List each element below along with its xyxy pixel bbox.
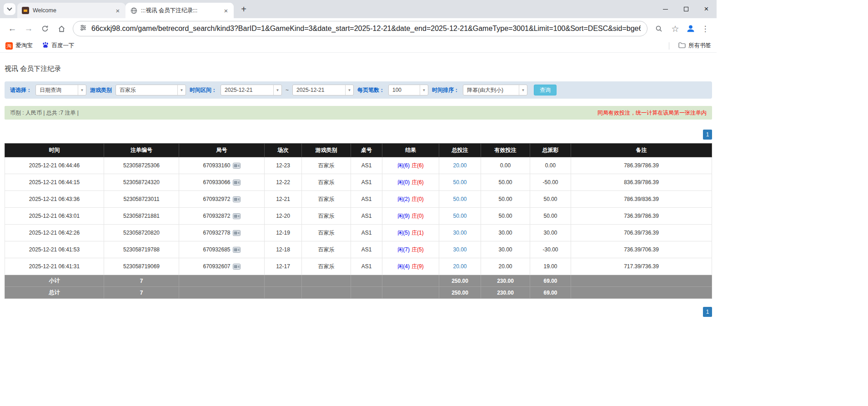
date-start-input[interactable]: 2025-12-21 ▼ (221, 85, 282, 95)
total-bet-link[interactable]: 50.00 (453, 213, 467, 219)
cell-round-id: 670932685 (179, 241, 265, 258)
total-bet-link[interactable]: 50.00 (453, 196, 467, 202)
select-label: 请选择： (10, 86, 32, 94)
bet-records-table: 时间 注单编号 局号 场次 游戏类别 桌号 结果 总投注 有效投注 总派彩 备注… (5, 143, 712, 299)
cell-table-no: AS1 (351, 174, 382, 191)
cell-result: 闲(6)庄(6) (382, 157, 439, 174)
cell-game-type: 百家乐 (302, 208, 351, 225)
cell-time: 2025-12-21 06:41:53 (5, 241, 104, 258)
subtotal-row: 小计 7 250.00 230.00 69.00 (5, 275, 712, 287)
cell-table-no: AS1 (351, 225, 382, 241)
tab-welcome[interactable]: Welcome × (17, 3, 125, 18)
bookmark-baidu[interactable]: 百度一下 (42, 41, 75, 50)
all-bookmarks-button[interactable]: 所有书签 (678, 42, 711, 50)
cell-valid-bet: 30.00 (481, 241, 530, 258)
date-end-input[interactable]: 2025-12-21 ▼ (292, 85, 354, 95)
cell-result: 闲(2)庄(0) (382, 191, 439, 208)
cell-bet-id: 523058719788 (104, 241, 179, 258)
cell-total-bet: 20.00 (439, 157, 481, 174)
cell-total-bet: 50.00 (439, 191, 481, 208)
per-page-select[interactable]: 100 ▼ (388, 85, 428, 95)
table-row: 2025-12-21 06:44:15 523058724320 6709330… (5, 174, 712, 191)
close-tab-icon[interactable]: × (222, 6, 230, 15)
url-text: 66cxkj98.com/game/betrecord_search/kind3… (91, 25, 641, 33)
refresh-button[interactable] (37, 21, 53, 36)
page-1-button[interactable]: 1 (703, 130, 712, 140)
summary-cell-empty (179, 287, 265, 299)
bookmark-label: 爱淘宝 (15, 42, 33, 50)
query-type-select[interactable]: 日期查询 ▼ (35, 85, 86, 95)
total-bet-link[interactable]: 20.00 (453, 162, 467, 169)
cell-note: 786.39/836.39 (571, 191, 712, 208)
refresh-icon (41, 25, 49, 32)
column-header-total-bet: 总投注 (439, 144, 481, 157)
round-id-text: 670932778 (203, 230, 230, 236)
total-bet-link[interactable]: 30.00 (453, 230, 467, 236)
site-info-icon[interactable] (80, 24, 87, 33)
total-payout: 69.00 (530, 287, 571, 299)
page-title: 视讯 会员下注纪录 (5, 65, 712, 73)
video-replay-icon[interactable] (233, 230, 241, 236)
tab-betrecord[interactable]: :::视讯 会员下注纪录::: × (125, 3, 234, 18)
cell-table-no: AS1 (351, 191, 382, 208)
cell-valid-bet: 30.00 (481, 225, 530, 241)
cell-table-no: AS1 (351, 258, 382, 275)
address-bar: ← → 66cxkj98.com/game/betrecord_search/k… (0, 18, 717, 39)
result-player: 闲(2) (397, 196, 410, 202)
video-replay-icon[interactable] (233, 264, 241, 270)
profile-avatar[interactable] (684, 22, 697, 35)
round-id-text: 670933160 (203, 162, 230, 169)
video-replay-icon[interactable] (233, 163, 241, 169)
total-bet-link[interactable]: 50.00 (453, 179, 467, 185)
cell-valid-bet: 50.00 (481, 208, 530, 225)
cell-payout: -50.00 (530, 174, 571, 191)
total-count: 7 (104, 287, 179, 299)
search-button[interactable]: 查询 (534, 85, 557, 95)
cell-table-no: AS1 (351, 241, 382, 258)
sort-label: 时间排序： (432, 86, 459, 94)
cell-round-id: 670933066 (179, 174, 265, 191)
cell-time: 2025-12-21 06:43:36 (5, 191, 104, 208)
minimize-button[interactable] (655, 0, 676, 18)
cell-note: 786.39/786.39 (571, 157, 712, 174)
subtotal-valid-bet: 230.00 (481, 275, 530, 287)
home-button[interactable] (54, 21, 69, 36)
cell-result: 闲(0)庄(6) (382, 174, 439, 191)
back-button[interactable]: ← (5, 21, 20, 36)
pagination-top: 1 (5, 130, 712, 140)
table-row: 2025-12-21 06:43:01 523058721881 6709328… (5, 208, 712, 225)
close-tab-icon[interactable]: × (114, 6, 122, 15)
url-bar[interactable]: 66cxkj98.com/game/betrecord_search/kind3… (73, 21, 647, 36)
cell-note: 836.39/786.39 (571, 174, 712, 191)
summary-cell-empty (351, 287, 382, 299)
new-tab-button[interactable]: + (237, 3, 250, 15)
total-bet-link[interactable]: 30.00 (453, 246, 467, 253)
cell-table-no: AS1 (351, 157, 382, 174)
video-replay-icon[interactable] (233, 247, 241, 253)
table-row: 2025-12-21 06:44:46 523058725306 6709331… (5, 157, 712, 174)
browser-menu-button[interactable]: ⋮ (698, 24, 712, 34)
bookmark-aitaobao[interactable]: 淘 爱淘宝 (5, 42, 33, 50)
cell-game-type: 百家乐 (302, 258, 351, 275)
column-header-result: 结果 (382, 144, 439, 157)
game-type-select[interactable]: 百家乐 ▼ (115, 85, 186, 95)
range-separator: ~ (286, 87, 289, 93)
video-replay-icon[interactable] (233, 180, 241, 185)
chevron-down-icon: ▼ (345, 85, 353, 95)
cell-total-bet: 50.00 (439, 208, 481, 225)
bookmark-star-button[interactable]: ☆ (667, 21, 683, 36)
tab-search-button[interactable] (4, 3, 15, 15)
close-window-button[interactable]: × (696, 0, 717, 18)
sort-select[interactable]: 降幂(由大到小) ▼ (463, 85, 527, 95)
video-replay-icon[interactable] (233, 213, 241, 219)
video-replay-icon[interactable] (233, 196, 241, 202)
cell-round-id: 670932972 (179, 191, 265, 208)
total-bet-link[interactable]: 20.00 (453, 263, 467, 270)
page-1-button[interactable]: 1 (703, 307, 712, 317)
result-banker: 庄(5) (411, 246, 424, 253)
minimize-icon (663, 9, 668, 10)
globe-icon (130, 7, 137, 14)
maximize-button[interactable] (676, 0, 696, 18)
forward-button[interactable]: → (21, 21, 36, 36)
zoom-button[interactable] (651, 21, 667, 36)
